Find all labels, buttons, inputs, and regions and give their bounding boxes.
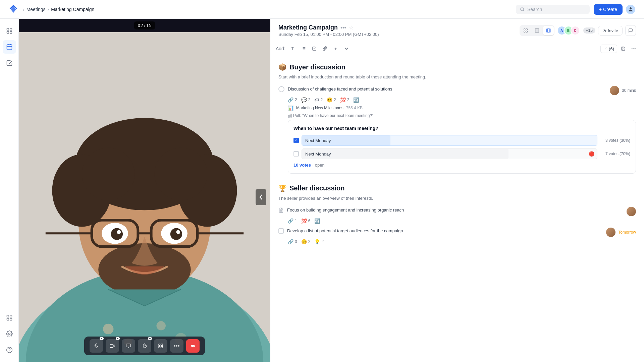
save-button[interactable] xyxy=(619,44,628,53)
user-avatar-main[interactable] xyxy=(625,4,636,15)
create-button[interactable]: + Create xyxy=(594,4,623,15)
breadcrumb-campaign[interactable]: Marketing Campaign xyxy=(51,7,94,12)
seller-reaction-sync[interactable]: 🔄 xyxy=(314,218,320,224)
video-nav-button[interactable] xyxy=(256,189,266,205)
breadcrumb: › Meetings › Marketing Campaign xyxy=(23,7,94,12)
agenda-item-seller-1: Focus on building engagement and increas… xyxy=(278,207,636,224)
search-icon xyxy=(520,7,525,12)
seller-reaction-100[interactable]: 💯 6 xyxy=(301,218,311,224)
poll-checkbox-2[interactable] xyxy=(293,151,299,157)
poll-container: Poll: "When to have our next team meetin… xyxy=(278,113,636,174)
meeting-more-button[interactable]: ••• xyxy=(340,25,346,31)
svg-rect-53 xyxy=(161,344,163,346)
svg-rect-11 xyxy=(7,315,9,317)
svg-point-15 xyxy=(8,333,10,335)
svg-rect-3 xyxy=(7,28,9,31)
hand-raise-button[interactable] xyxy=(138,339,151,353)
view-list-button[interactable] xyxy=(520,26,531,35)
sidebar xyxy=(0,19,19,362)
task-radio[interactable] xyxy=(278,86,284,92)
add-list-button[interactable] xyxy=(299,44,308,53)
svg-point-40 xyxy=(103,324,113,334)
poll-option-bar-1[interactable]: Next Monday xyxy=(302,135,597,146)
seller-item-2-checkbox[interactable] xyxy=(278,228,284,234)
grid-view-button[interactable] xyxy=(154,339,167,353)
poll-option-1[interactable]: Next Monday 3 votes (30%) xyxy=(293,135,630,146)
tasks-count-badge[interactable]: (6) xyxy=(600,45,617,53)
svg-rect-64 xyxy=(537,29,539,33)
invite-button[interactable]: Invite xyxy=(598,26,623,36)
add-dropdown-button[interactable] xyxy=(342,44,351,53)
seller-item-1-text: Focus on building engagement and increas… xyxy=(287,207,623,214)
end-call-button[interactable] xyxy=(186,339,200,353)
reaction-comment[interactable]: 💬 2 xyxy=(301,97,311,103)
reaction-tag[interactable]: 🏷 2 xyxy=(314,97,323,103)
poll-question: When to have our next team meeting? xyxy=(293,126,630,131)
seller2-reaction-emoji[interactable]: 😊 2 xyxy=(301,239,311,244)
poll-option-bar-2[interactable]: Next Monday 🔴 xyxy=(302,148,597,159)
attendee-count-badge: +15 xyxy=(583,27,595,34)
chevron-right-icon: › xyxy=(23,7,24,12)
poll-total[interactable]: 10 votes xyxy=(293,163,311,168)
task-icon xyxy=(278,207,284,213)
add-label: Add: xyxy=(276,46,285,51)
file-attachment[interactable]: 📊 Marketing New Milestones 755.4 KB xyxy=(278,105,636,111)
sidebar-item-meetings[interactable] xyxy=(3,24,16,38)
add-task-button[interactable] xyxy=(310,44,319,53)
item-duration: 30 mins xyxy=(622,88,636,93)
buyer-discussion-desc: Start with a brief introduction and roun… xyxy=(278,74,636,80)
camera-indicator xyxy=(116,337,120,340)
right-panel: Marketing Campaign ••• ☆ Sunday Feb 15, … xyxy=(270,19,644,362)
chat-button[interactable] xyxy=(625,25,636,36)
toolbar-more-button[interactable] xyxy=(629,44,639,53)
agenda-content: 📦 Buyer discussion Start with a brief in… xyxy=(270,56,644,262)
add-text-button[interactable]: T xyxy=(288,44,298,53)
reaction-emoji[interactable]: 😊 2 xyxy=(327,97,336,103)
svg-marker-47 xyxy=(113,345,115,347)
search-placeholder: Search xyxy=(527,7,542,12)
svg-point-57 xyxy=(176,345,177,347)
poll-checkbox-1[interactable] xyxy=(293,138,299,143)
sidebar-item-calendar[interactable] xyxy=(3,40,16,54)
sidebar-bottom xyxy=(3,311,16,357)
svg-rect-5 xyxy=(7,32,9,34)
breadcrumb-meetings[interactable]: Meetings xyxy=(26,7,46,12)
sidebar-item-settings[interactable] xyxy=(3,327,16,341)
svg-rect-55 xyxy=(161,346,163,348)
reaction-100[interactable]: 💯 2 xyxy=(340,97,350,103)
svg-rect-4 xyxy=(10,28,12,31)
view-split-button[interactable] xyxy=(532,26,542,35)
microphone-button[interactable] xyxy=(90,339,103,353)
sidebar-item-help[interactable] xyxy=(3,343,16,357)
poll-votes-2: 7 votes (70%) xyxy=(600,152,630,156)
view-columns-button[interactable] xyxy=(543,26,554,35)
svg-rect-81 xyxy=(289,115,290,117)
screen-share-button[interactable] xyxy=(122,339,135,353)
poll-votes-1: 3 votes (30%) xyxy=(600,138,630,143)
meeting-favorite-button[interactable]: ☆ xyxy=(349,24,354,31)
svg-rect-82 xyxy=(288,116,289,117)
seller-item-2-avatar xyxy=(606,228,615,237)
svg-point-68 xyxy=(604,29,605,31)
poll-option-2[interactable]: Next Monday 🔴 7 votes (70%) xyxy=(293,148,630,159)
svg-point-39 xyxy=(176,230,180,234)
sidebar-item-grid[interactable] xyxy=(3,311,16,324)
app-logo[interactable] xyxy=(8,4,19,15)
add-attachment-button[interactable] xyxy=(320,44,330,53)
seller2-reaction-bulb[interactable]: 💡 2 xyxy=(314,239,324,244)
camera-button[interactable] xyxy=(106,339,119,353)
add-more-button[interactable]: + xyxy=(331,44,340,53)
sidebar-item-tasks[interactable] xyxy=(3,56,16,70)
reaction-sync[interactable]: 🔄 xyxy=(353,97,359,103)
search-bar[interactable]: Search xyxy=(516,5,590,14)
svg-point-37 xyxy=(170,228,182,240)
more-options-button[interactable] xyxy=(170,339,183,353)
seller-reactions-2: 🔗 3 😊 2 💡 2 xyxy=(278,239,636,244)
seller2-reaction-link[interactable]: 🔗 3 xyxy=(288,239,297,244)
reaction-link[interactable]: 🔗 2 xyxy=(288,97,297,103)
seller-reaction-link[interactable]: 🔗 1 xyxy=(288,218,297,224)
agenda-item-right: 30 mins xyxy=(610,86,636,95)
poll-label: Poll: "When to have our next team meetin… xyxy=(288,113,636,118)
reactions-row: 🔗 2 💬 2 🏷 2 😊 2 xyxy=(278,97,636,103)
svg-rect-62 xyxy=(526,31,527,32)
